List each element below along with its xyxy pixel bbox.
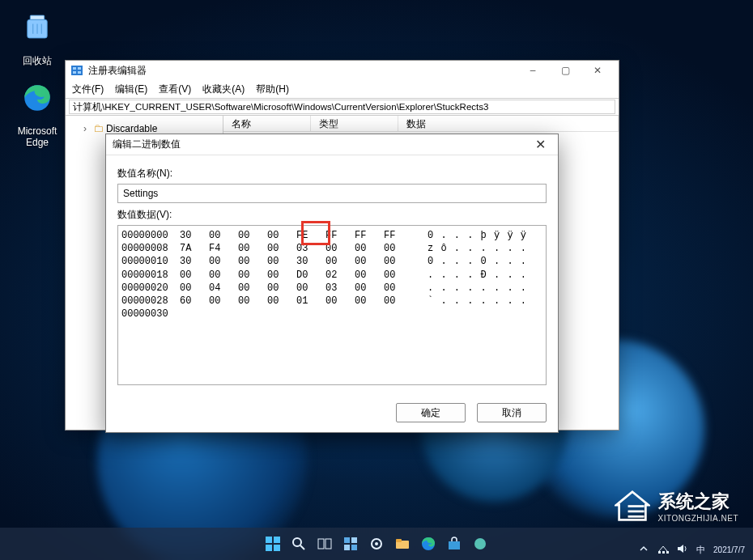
hex-byte[interactable]: FF	[325, 229, 355, 242]
hex-row[interactable]: 000000200004000000030000. . . . . . . .	[121, 282, 542, 295]
maximize-button[interactable]: ▢	[549, 61, 581, 80]
hex-byte[interactable]	[355, 308, 384, 320]
hex-byte[interactable]: 00	[355, 269, 384, 282]
hex-byte[interactable]: 01	[296, 295, 325, 308]
hex-byte[interactable]: FF	[384, 229, 413, 242]
hex-byte[interactable]: FF	[355, 229, 384, 242]
hex-byte[interactable]: 00	[267, 269, 296, 282]
tray-volume-icon[interactable]	[677, 543, 688, 558]
hex-byte[interactable]: 00	[384, 282, 413, 295]
desktop-icon-edge[interactable]: Microsoft Edge	[8, 81, 66, 148]
hex-byte[interactable]: FE	[296, 229, 325, 242]
menu-view[interactable]: 查看(V)	[159, 83, 191, 96]
tray-chevron-icon[interactable]	[638, 543, 649, 558]
hex-byte[interactable]: 00	[267, 295, 296, 308]
hex-byte[interactable]	[180, 308, 209, 320]
start-button[interactable]	[262, 533, 283, 554]
hex-byte[interactable]: 00	[267, 282, 296, 295]
hex-row[interactable]: 0000000030000000FEFFFFFF0 . . . þ ÿ ÿ ÿ	[121, 229, 542, 242]
address-bar[interactable]: 计算机\HKEY_CURRENT_USER\Software\Microsoft…	[69, 100, 615, 114]
hex-byte[interactable]: 30	[296, 255, 325, 268]
hex-byte[interactable]: 00	[267, 255, 296, 268]
hex-byte[interactable]: 00	[238, 282, 267, 295]
taskbar-icon-settings[interactable]	[366, 533, 387, 554]
hex-byte[interactable]: 03	[296, 242, 325, 255]
taskbar[interactable]: 中 2021/7/7	[0, 528, 753, 560]
hex-byte[interactable]	[325, 308, 355, 320]
hex-byte[interactable]: 02	[325, 269, 355, 282]
hex-byte[interactable]: 00	[384, 242, 413, 255]
col-header-type[interactable]: 类型	[311, 116, 398, 131]
tray-ime-icon[interactable]: 中	[696, 544, 705, 556]
hex-byte[interactable]: 00	[209, 269, 238, 282]
col-header-name[interactable]: 名称	[223, 116, 311, 131]
hex-byte[interactable]: 00	[384, 269, 413, 282]
taskbar-icon-explorer[interactable]	[392, 533, 413, 554]
hex-byte[interactable]: 00	[325, 295, 355, 308]
hex-byte[interactable]: 00	[325, 255, 355, 268]
taskbar-icon-app[interactable]	[470, 533, 491, 554]
hex-byte[interactable]: D0	[296, 269, 325, 282]
hex-byte[interactable]	[209, 308, 238, 320]
hex-byte[interactable]: 03	[325, 282, 355, 295]
cancel-button[interactable]: 取消	[477, 403, 547, 422]
menu-file[interactable]: 文件(F)	[72, 83, 104, 96]
hex-byte[interactable]	[238, 308, 267, 320]
hex-byte[interactable]: 00	[296, 282, 325, 295]
minimize-button[interactable]: –	[517, 61, 549, 80]
hex-row[interactable]: 0000001800000000D0020000. . . . Ð . . .	[121, 269, 542, 282]
dialog-titlebar[interactable]: 编辑二进制数值 ✕	[106, 134, 558, 155]
menu-help[interactable]: 帮助(H)	[256, 83, 289, 96]
hex-byte[interactable]: 00	[355, 295, 384, 308]
hex-byte[interactable]: 00	[267, 229, 296, 242]
hex-byte[interactable]: 00	[384, 255, 413, 268]
hex-byte[interactable]: 04	[209, 282, 238, 295]
hex-byte[interactable]: 00	[180, 269, 209, 282]
expand-icon[interactable]: ›	[83, 123, 91, 134]
hex-byte[interactable]: 7A	[180, 242, 209, 255]
hex-byte[interactable]: 00	[238, 229, 267, 242]
hex-byte[interactable]: 00	[267, 242, 296, 255]
hex-row[interactable]: 000000286000000001000000` . . . . . . .	[121, 295, 542, 308]
system-tray[interactable]: 中 2021/7/7	[638, 543, 745, 558]
value-name-field[interactable]: Settings	[117, 184, 547, 203]
ok-button[interactable]: 确定	[396, 403, 466, 422]
hex-byte[interactable]: 00	[384, 295, 413, 308]
hex-byte[interactable]: 60	[180, 295, 209, 308]
hex-byte[interactable]	[384, 308, 413, 320]
hex-byte[interactable]: 00	[209, 255, 238, 268]
hex-row[interactable]: 0000001030000000300000000 . . . 0 . . .	[121, 255, 542, 268]
col-header-data[interactable]: 数据	[398, 116, 619, 131]
hex-byte[interactable]: 00	[238, 242, 267, 255]
hex-byte[interactable]: 30	[180, 229, 209, 242]
hex-byte[interactable]: 00	[209, 229, 238, 242]
taskbar-icon-edge[interactable]	[418, 533, 439, 554]
close-button[interactable]: ✕	[581, 61, 614, 80]
menu-edit[interactable]: 编辑(E)	[115, 83, 147, 96]
taskview-button[interactable]	[314, 533, 335, 554]
taskbar-icon-store[interactable]	[444, 533, 465, 554]
hex-byte[interactable]: 00	[209, 295, 238, 308]
hex-byte[interactable]: 00	[325, 242, 355, 255]
hex-byte[interactable]: 00	[355, 282, 384, 295]
desktop-icon-recycle-bin[interactable]: 回收站	[8, 10, 66, 68]
hex-byte[interactable]: 00	[238, 269, 267, 282]
hex-byte[interactable]: 00	[355, 242, 384, 255]
dialog-close-button[interactable]: ✕	[529, 137, 551, 152]
hex-byte[interactable]: 00	[238, 255, 267, 268]
widgets-button[interactable]	[340, 533, 361, 554]
hex-byte[interactable]: 30	[180, 255, 209, 268]
search-button[interactable]	[288, 533, 309, 554]
titlebar[interactable]: 注册表编辑器 – ▢ ✕	[66, 61, 619, 80]
menu-fav[interactable]: 收藏夹(A)	[202, 83, 245, 96]
hex-byte[interactable]: 00	[355, 255, 384, 268]
hex-byte[interactable]: 00	[238, 295, 267, 308]
hex-byte[interactable]	[296, 308, 325, 320]
hex-editor[interactable]: 0000000030000000FEFFFFFF0 . . . þ ÿ ÿ ÿ0…	[117, 225, 547, 385]
hex-byte[interactable]: 00	[180, 282, 209, 295]
tray-network-icon[interactable]	[657, 543, 669, 558]
hex-byte[interactable]	[267, 308, 296, 320]
hex-byte[interactable]: F4	[209, 242, 238, 255]
hex-row[interactable]: 000000087AF4000003000000z ô . . . . . .	[121, 242, 542, 255]
hex-row[interactable]: 00000030	[121, 308, 542, 320]
